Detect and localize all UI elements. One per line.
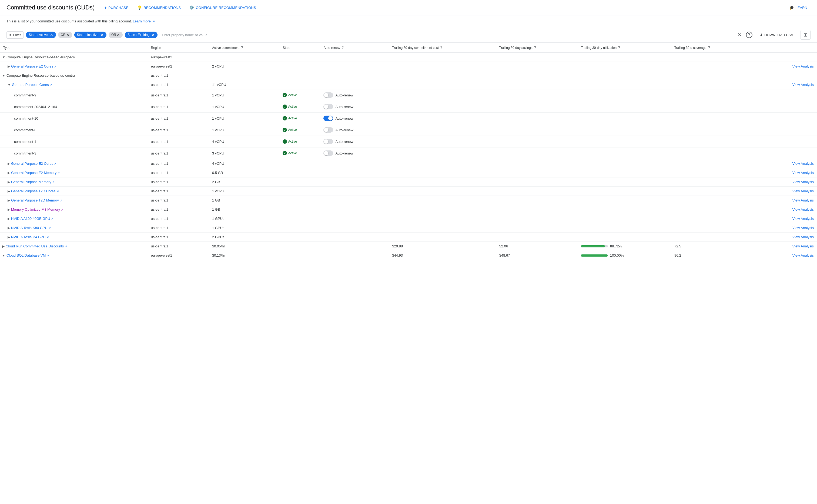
expand-icon[interactable]: ▶ <box>2 244 5 248</box>
auto-renew-toggle[interactable] <box>323 104 333 109</box>
recommendations-button[interactable]: 💡 RECOMMENDATIONS <box>134 4 184 11</box>
expand-icon[interactable]: ▼ <box>2 55 5 59</box>
state-inactive-chip[interactable]: State : Inactive ✕ <box>74 32 106 38</box>
more-menu-icon[interactable]: ⋮ <box>808 150 814 156</box>
state-expiring-chip[interactable]: State : Expiring ✕ <box>125 32 158 38</box>
configure-button[interactable]: ⚙️ CONFIGURE RECOMMENDATIONS <box>186 4 259 11</box>
type-link[interactable]: NVIDIA A100 40GB GPU <box>11 217 50 221</box>
filter-input[interactable] <box>160 32 734 38</box>
expand-icon[interactable]: ▶ <box>8 208 10 211</box>
view-analysis-link[interactable]: View Analysis <box>792 198 814 202</box>
auto-renew-toggle-wrap: Auto-renew <box>323 104 386 109</box>
more-menu-icon[interactable]: ⋮ <box>808 127 814 133</box>
auto-renew-toggle-wrap: Auto-renew <box>323 116 386 121</box>
active-help-icon[interactable]: ? <box>241 45 243 50</box>
type-link[interactable]: General Purpose T2D Cores <box>11 189 56 193</box>
auto-renew-cell: Auto-renew <box>320 113 389 124</box>
type-link[interactable]: General Purpose E2 Cores <box>11 162 53 166</box>
auto-renew-cell <box>320 177 389 187</box>
utilization-cell-wrap: 100.00% <box>578 251 671 260</box>
auto-renew-toggle[interactable] <box>323 92 333 98</box>
type-link[interactable]: General Purpose T2D Memory <box>11 198 59 202</box>
download-csv-button[interactable]: ⬇ DOWNLOAD CSV <box>756 31 797 39</box>
external-link-icon: ↗ <box>57 171 60 174</box>
auto-renew-cell <box>320 196 389 205</box>
type-link[interactable]: General Purpose E2 Cores <box>11 64 53 68</box>
more-menu-icon[interactable]: ⋮ <box>808 115 814 121</box>
expand-icon[interactable]: ▶ <box>8 180 10 184</box>
auto-renew-toggle[interactable] <box>323 127 333 133</box>
autorenew-help-icon[interactable]: ? <box>341 45 344 50</box>
view-analysis-link[interactable]: View Analysis <box>792 64 814 68</box>
type-link[interactable]: Cloud Run Committed Use Discounts <box>6 244 64 248</box>
expand-icon[interactable]: ▼ <box>8 83 11 87</box>
expand-icon[interactable]: ▶ <box>8 189 10 193</box>
help-button[interactable]: ? <box>746 32 752 38</box>
type-link[interactable]: NVIDIA Tesla P4 GPU <box>11 235 46 239</box>
expand-icon[interactable]: ▼ <box>2 74 5 78</box>
view-analysis-link[interactable]: View Analysis <box>792 207 814 211</box>
view-analysis-link[interactable]: View Analysis <box>792 226 814 230</box>
active-commitment-cell: 2 vCPU <box>209 62 279 71</box>
savings-help-icon[interactable]: ? <box>534 45 536 50</box>
view-analysis-link[interactable]: View Analysis <box>792 253 814 257</box>
expand-icon[interactable]: ▶ <box>8 162 10 166</box>
savings-cell <box>496 71 578 80</box>
state-active-chip[interactable]: State : Active ✕ <box>26 32 56 38</box>
more-menu-icon[interactable]: ⋮ <box>808 139 814 145</box>
learn-more-link[interactable]: Learn more ↗ <box>133 19 155 23</box>
state-expiring-chip-remove[interactable]: ✕ <box>152 33 155 37</box>
cost-help-icon[interactable]: ? <box>440 45 443 50</box>
columns-button[interactable]: ⊞ <box>801 30 811 40</box>
state-cell <box>279 233 320 242</box>
filter-button[interactable]: ≡ Filter <box>6 31 24 39</box>
view-analysis-link[interactable]: View Analysis <box>792 83 814 87</box>
auto-renew-toggle[interactable] <box>323 139 333 144</box>
expand-icon[interactable]: ▶ <box>8 65 10 68</box>
expand-icon[interactable]: ▶ <box>8 235 10 239</box>
view-analysis-link[interactable]: View Analysis <box>792 171 814 175</box>
type-cell: ▶General Purpose E2 Cores↗ <box>0 62 148 71</box>
savings-cell <box>496 124 578 136</box>
or-chip-2-remove[interactable]: ✕ <box>117 33 120 37</box>
auto-renew-toggle[interactable] <box>323 116 333 121</box>
state-inactive-chip-remove[interactable]: ✕ <box>101 33 104 37</box>
type-link[interactable]: General Purpose E2 Memory <box>11 171 56 175</box>
expand-icon[interactable]: ▶ <box>8 199 10 202</box>
cost-cell <box>389 205 496 214</box>
util-help-icon[interactable]: ? <box>618 45 620 50</box>
type-cell: ▶General Purpose T2D Cores↗ <box>0 187 148 196</box>
view-analysis-link[interactable]: View Analysis <box>792 180 814 184</box>
active-dot: ✓ <box>283 116 287 120</box>
or-chip-2[interactable]: OR ✕ <box>109 32 123 38</box>
type-link[interactable]: Cloud SQL Database VM <box>6 253 46 257</box>
or-chip-1[interactable]: OR ✕ <box>58 32 72 38</box>
expand-icon[interactable]: ▼ <box>2 254 5 257</box>
region-cell: us-central1 <box>148 71 209 80</box>
view-analysis-link[interactable]: View Analysis <box>792 189 814 193</box>
view-analysis-link[interactable]: View Analysis <box>792 162 814 166</box>
learn-button[interactable]: 🎓 LEARN <box>786 4 811 11</box>
expand-icon[interactable]: ▶ <box>8 217 10 221</box>
view-analysis-link[interactable]: View Analysis <box>792 244 814 248</box>
clear-filter-button[interactable]: ✕ <box>736 31 743 39</box>
type-link[interactable]: NVIDIA Tesla K80 GPU <box>11 226 48 230</box>
expand-icon[interactable]: ▶ <box>8 226 10 230</box>
more-menu-icon[interactable]: ⋮ <box>808 92 814 98</box>
auto-renew-toggle[interactable] <box>323 150 333 156</box>
expand-icon[interactable]: ▶ <box>8 171 10 175</box>
type-link[interactable]: General Purpose Cores <box>12 83 49 87</box>
type-link[interactable]: Memory Optimized M3 Memory <box>11 207 60 211</box>
view-analysis-link[interactable]: View Analysis <box>792 235 814 239</box>
state-active-chip-remove[interactable]: ✕ <box>50 33 53 37</box>
savings-cell <box>496 89 578 101</box>
coverage-help-icon[interactable]: ? <box>708 45 710 50</box>
or-chip-1-remove[interactable]: ✕ <box>66 33 69 37</box>
region-cell: us-central1 <box>148 159 209 168</box>
purchase-button[interactable]: + PURCHASE <box>101 4 132 11</box>
view-analysis-link[interactable]: View Analysis <box>792 217 814 221</box>
more-menu-icon[interactable]: ⋮ <box>808 104 814 110</box>
type-link[interactable]: General Purpose Memory <box>11 180 51 184</box>
table-row: commitment-3 us-central1 3 vCPU ✓Active … <box>0 147 817 159</box>
table-row: commitment-6 us-central1 1 vCPU ✓Active … <box>0 124 817 136</box>
